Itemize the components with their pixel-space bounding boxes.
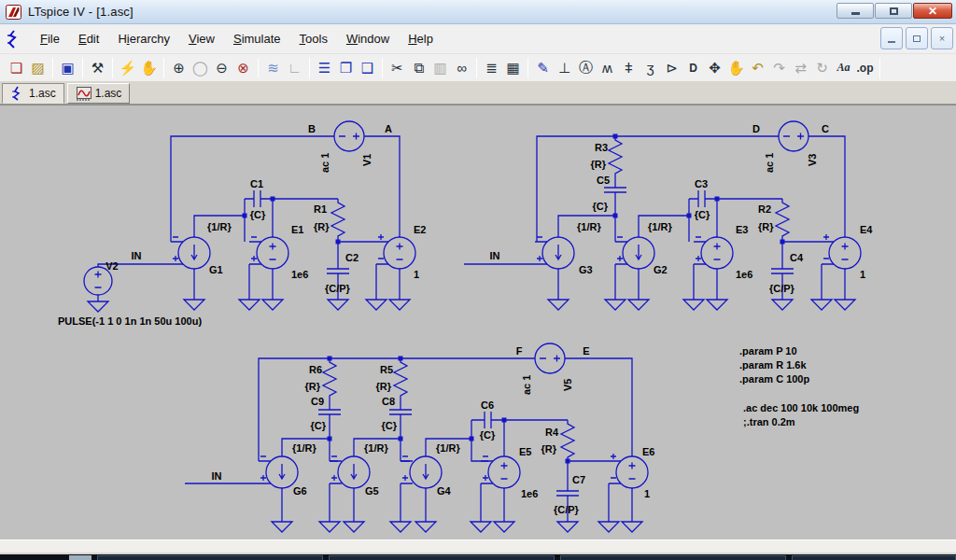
r5-name-label[interactable]: R5 xyxy=(380,364,393,375)
place-inductor-icon[interactable]: ʒ xyxy=(640,57,661,79)
e2-value-label[interactable]: 1 xyxy=(414,269,419,280)
g2-name-label[interactable]: G2 xyxy=(654,264,668,275)
drag-icon[interactable]: ✋ xyxy=(725,57,747,79)
component-r4[interactable]: R4 {R} xyxy=(541,420,574,461)
c6-value-label[interactable]: {C} xyxy=(480,429,496,441)
cut-icon[interactable]: ✂ xyxy=(387,57,408,79)
component-e2[interactable]: E2 1 xyxy=(376,224,426,280)
r3-value-label[interactable]: {R} xyxy=(590,159,606,170)
r6-value-label[interactable]: {R} xyxy=(304,381,320,392)
g4-name-label[interactable]: G4 xyxy=(437,485,452,497)
menu-window[interactable]: Window xyxy=(337,28,399,49)
component-c4[interactable]: C4 {C/P} xyxy=(769,252,804,294)
schematic-drawing[interactable]: B A ac 1 V1 V2 IN PULSE(-1 1 0 1n 1n 50u… xyxy=(0,105,956,540)
zoom-back-icon[interactable]: ◯ xyxy=(190,57,211,79)
paste-icon[interactable]: ▥ xyxy=(429,57,451,79)
e4-value-label[interactable]: 1 xyxy=(860,269,865,280)
component-c7[interactable]: C7 {C/P} xyxy=(554,474,585,515)
cascade-windows-icon[interactable]: ❐ xyxy=(335,57,357,79)
taskbar-edge[interactable] xyxy=(0,554,956,560)
mdi-close-button[interactable]: × xyxy=(931,27,953,49)
net-label-a[interactable]: A xyxy=(385,123,392,134)
c3-name-label[interactable]: C3 xyxy=(695,178,708,189)
component-g5[interactable]: {1/R} G5 xyxy=(330,442,388,497)
ground-symbols-block1[interactable] xyxy=(88,300,410,312)
component-c9[interactable]: C9 {C} xyxy=(310,396,341,439)
menu-view[interactable]: View xyxy=(179,28,224,49)
net-label-f[interactable]: F xyxy=(516,345,523,357)
halt-icon[interactable]: ✋ xyxy=(138,57,160,79)
v5-value-label[interactable]: ac 1 xyxy=(521,375,532,395)
c1-value-label[interactable]: {C} xyxy=(250,209,266,220)
r4-name-label[interactable]: R4 xyxy=(545,427,559,438)
taskbar-button-edge[interactable] xyxy=(560,555,786,560)
undo-icon[interactable]: ↶ xyxy=(747,57,768,79)
minimize-button[interactable] xyxy=(836,3,874,19)
component-e3[interactable]: E3 1e6 xyxy=(694,224,752,280)
close-button[interactable]: ✕ xyxy=(913,3,952,19)
c8-value-label[interactable]: {C} xyxy=(381,420,397,431)
menu-tools[interactable]: Tools xyxy=(290,28,337,49)
save-icon[interactable]: ▣ xyxy=(57,57,78,79)
c9-name-label[interactable]: C9 xyxy=(311,396,324,407)
c7-value-label[interactable]: {C/P} xyxy=(554,504,580,515)
component-v5[interactable]: F E ac 1 V5 xyxy=(516,343,590,395)
c7-name-label[interactable]: C7 xyxy=(572,474,585,485)
place-text-icon[interactable]: Aa xyxy=(833,57,854,79)
taskbar-button-edge[interactable] xyxy=(329,555,555,560)
r5-value-label[interactable]: {R} xyxy=(375,381,391,392)
component-r2[interactable]: R2 {R} xyxy=(758,199,789,242)
rotate-icon[interactable]: ↻ xyxy=(811,57,833,79)
run-icon[interactable]: ⚡ xyxy=(117,57,138,79)
e6-name-label[interactable]: E6 xyxy=(642,446,654,457)
zoom-out-icon[interactable]: ⊖ xyxy=(211,57,232,79)
c4-value-label[interactable]: {C/P} xyxy=(769,283,795,294)
component-g6[interactable]: IN {1/R} G6 xyxy=(212,442,317,497)
menu-edit[interactable]: Edit xyxy=(69,28,108,49)
autorange-y-axis-icon[interactable]: ≋ xyxy=(262,57,284,79)
cascade-windows-alt-icon[interactable]: ❑ xyxy=(357,57,378,79)
taskbar-button-edge[interactable] xyxy=(97,555,323,560)
component-g3[interactable]: IN {1/R} G3 xyxy=(490,221,602,275)
net-label-e[interactable]: E xyxy=(583,345,589,357)
r3-name-label[interactable]: R3 xyxy=(595,142,608,153)
spice-directives[interactable]: .param P 10 .param R 1.6k .param C 100p … xyxy=(739,345,859,427)
e4-name-label[interactable]: E4 xyxy=(860,224,873,235)
plot-settings-icon[interactable]: ∟ xyxy=(284,57,305,79)
v1-name-label[interactable]: V1 xyxy=(361,154,373,166)
e2-name-label[interactable]: E2 xyxy=(414,224,426,235)
g4-value-label[interactable]: {1/R} xyxy=(436,442,460,454)
c4-name-label[interactable]: C4 xyxy=(790,252,804,263)
move-icon[interactable]: ✥ xyxy=(704,57,725,79)
mdi-minimize-button[interactable] xyxy=(880,27,903,49)
control-panel-icon[interactable]: ⚒ xyxy=(87,57,108,79)
g6-name-label[interactable]: G6 xyxy=(293,485,307,497)
net-label-c[interactable]: C xyxy=(822,123,829,134)
net-label-in[interactable]: IN xyxy=(490,250,500,261)
tab-waveform-1asc[interactable]: 1.asc xyxy=(67,83,131,104)
component-v1[interactable]: B A ac 1 V1 xyxy=(308,121,392,173)
open-icon[interactable]: ▨ xyxy=(27,57,49,79)
directive-param-c[interactable]: .param C 100p xyxy=(739,373,809,385)
print-icon[interactable]: ▦ xyxy=(502,57,524,79)
mdi-restore-button[interactable] xyxy=(906,27,928,49)
v3-value-label[interactable]: ac 1 xyxy=(764,153,775,173)
c5-name-label[interactable]: C5 xyxy=(597,175,610,186)
component-e5[interactable]: E5 1e6 xyxy=(481,446,538,499)
component-g2[interactable]: {1/R} G2 xyxy=(615,221,672,275)
copy-icon[interactable]: ⧉ xyxy=(408,57,429,79)
g1-value-label[interactable]: {1/R} xyxy=(207,221,232,232)
print-preview-icon[interactable]: ≣ xyxy=(481,57,502,79)
new-schematic-icon[interactable]: ❏ xyxy=(6,57,27,79)
v1-value-label[interactable]: ac 1 xyxy=(319,153,330,173)
component-g1[interactable]: {1/R} G1 xyxy=(171,221,232,275)
r6-name-label[interactable]: R6 xyxy=(309,364,322,375)
v5-name-label[interactable]: V5 xyxy=(562,379,573,391)
net-label-b[interactable]: B xyxy=(308,123,316,134)
schematic-canvas[interactable]: B A ac 1 V1 V2 IN PULSE(-1 1 0 1n 1n 50u… xyxy=(0,105,956,539)
ground-symbols-block2[interactable] xyxy=(548,300,855,310)
component-c5[interactable]: C5 {C} xyxy=(592,175,626,216)
net-label-in[interactable]: IN xyxy=(212,470,222,482)
e5-name-label[interactable]: E5 xyxy=(519,446,531,457)
directive-param-r[interactable]: .param R 1.6k xyxy=(739,359,807,371)
